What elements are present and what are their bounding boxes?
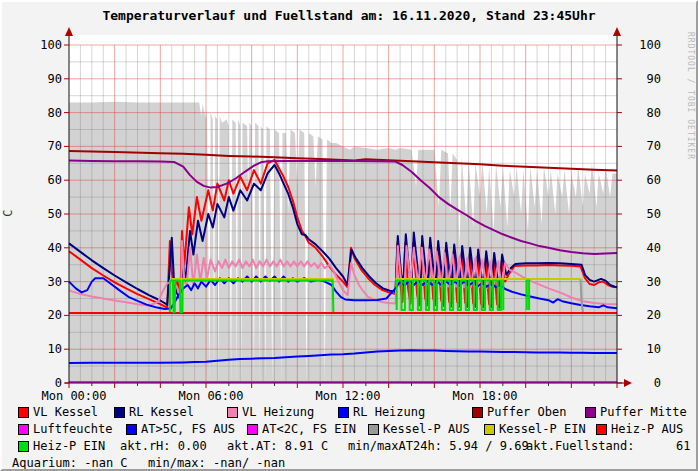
legend-swatch [18, 407, 29, 418]
arrow-up-left [65, 27, 73, 36]
y-tick-label-right: 20 [631, 309, 661, 322]
y-tick-label-right: 80 [631, 107, 661, 120]
y-tick-label-left: 80 [32, 107, 62, 120]
y-tick-label-right: 0 [631, 377, 661, 390]
y-tick-label-left: 70 [32, 140, 62, 153]
y-tick-label-left: 20 [32, 309, 62, 322]
legend-swatch [484, 424, 495, 435]
y-tick-label-left: 50 [32, 208, 62, 221]
y-tick-label-right: 100 [631, 39, 661, 52]
legend-swatch [114, 407, 125, 418]
legend-stat: akt.rH: 0.00 [120, 439, 207, 453]
arrow-up-right [613, 27, 621, 36]
y-tick-label-right: 30 [631, 276, 661, 289]
legend-stat: 61 [676, 439, 690, 453]
legend-label: Luftfeuchte [33, 422, 112, 436]
x-tick-label: Mon 06:00 [166, 390, 256, 403]
legend-label: Heiz-P EIN [33, 439, 105, 453]
y-tick-label-right: 90 [631, 73, 661, 86]
rrdtool-graph: Temperaturverlauf und Fuellstand am: 16.… [0, 0, 698, 471]
y-tick-label-right: 40 [631, 242, 661, 255]
legend-label: RL Kessel [129, 405, 194, 419]
y-tick-label-left: 40 [32, 242, 62, 255]
y-tick-label-left: 100 [32, 39, 62, 52]
legend-swatch [472, 407, 483, 418]
legend-swatch [338, 407, 349, 418]
y-tick-label-right: 70 [631, 140, 661, 153]
legend-label: Heiz-P AUS [611, 422, 683, 436]
legend-label: Kessel-P EIN [499, 422, 586, 436]
y-tick-label-left: 10 [32, 343, 62, 356]
legend-swatch [18, 424, 29, 435]
legend-swatch [18, 441, 29, 452]
x-tick-label: Mon 18:00 [440, 390, 530, 403]
legend-stat: Aquarium: -nan C [12, 456, 128, 470]
legend-swatch [368, 424, 379, 435]
legend-label: AT>5C, FS AUS [141, 422, 235, 436]
legend-stat: akt.Fuellstand: [526, 439, 634, 453]
y-tick-label-right: 10 [631, 343, 661, 356]
legend-stat: akt.AT: 8.91 C [227, 439, 328, 453]
legend-label: VL Kessel [33, 405, 98, 419]
legend-swatch [585, 407, 596, 418]
x-tick-label: Mon 00:00 [29, 390, 119, 403]
legend-label: Puffer Oben [487, 405, 566, 419]
legend-stat: min/max: -nan/ -nan [148, 456, 285, 470]
x-tick-label: Mon 12:00 [303, 390, 393, 403]
legend-swatch [126, 424, 137, 435]
y-tick-label-left: 60 [32, 174, 62, 187]
legend-label: RL Heizung [353, 405, 425, 419]
legend-swatch [227, 407, 238, 418]
legend-label: Puffer Mitte [600, 405, 687, 419]
legend-label: Kessel-P AUS [383, 422, 470, 436]
y-tick-label-right: 50 [631, 208, 661, 221]
legend-label: AT<2C, FS EIN [262, 422, 356, 436]
legend-stat: min/maxAT24h: 5.94 / 9.69 [348, 439, 529, 453]
y-tick-label-right: 60 [631, 174, 661, 187]
y-tick-label-left: 90 [32, 73, 62, 86]
legend-swatch [596, 424, 607, 435]
legend-label: VL Heizung [242, 405, 314, 419]
y-tick-label-left: 30 [32, 276, 62, 289]
legend-swatch [247, 424, 258, 435]
